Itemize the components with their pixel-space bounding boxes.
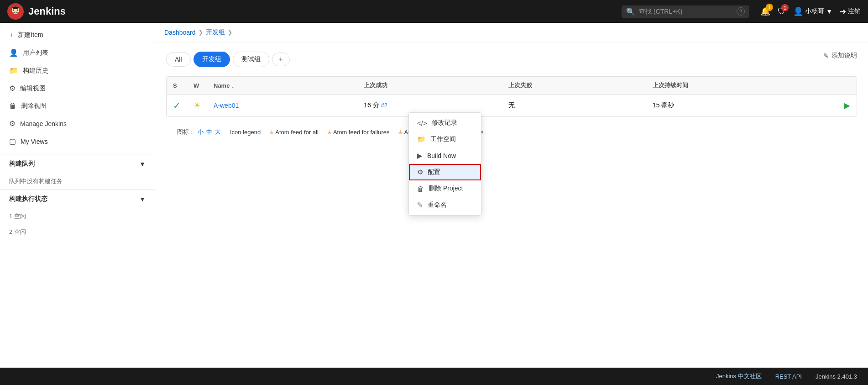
row-last-duration: 15 毫秒 — [646, 95, 837, 117]
size-medium-link[interactable]: 中 — [206, 128, 212, 136]
help-icon[interactable]: ? — [737, 7, 745, 16]
executor-1: 1 空闲 — [0, 209, 155, 224]
build-now-icon: ▶ — [417, 152, 423, 160]
header-title: Jenkins — [28, 5, 66, 17]
atom-failures-link[interactable]: ⏚ Atom feed for failures — [328, 128, 390, 136]
gear-icon: ⚙ — [9, 119, 16, 128]
last-success-time: 16 分 — [364, 101, 381, 109]
col-header-last-success: 上次成功 — [357, 77, 502, 95]
sidebar-nav: + 新建Item 👤 用户列表 📁 构建历史 ⚙ 编辑视图 🗑 删除视图 ⚙ — [0, 23, 155, 154]
rss-icon-all: ⏚ — [270, 128, 273, 136]
logout-button[interactable]: ➜ 注销 — [840, 7, 861, 16]
menu-item-workspace-label: 工作空间 — [430, 135, 456, 143]
users-icon: 👤 — [9, 48, 18, 57]
row-status: ✓ — [167, 95, 187, 117]
sidebar-item-new[interactable]: + 新建Item — [0, 26, 155, 44]
menu-item-workspace[interactable]: 📁 工作空间 — [409, 131, 481, 148]
sidebar-item-manage[interactable]: ⚙ Manage Jenkins — [0, 115, 155, 132]
executor-section: 构建执行状态 ▼ 1 空闲 2 空闲 — [0, 189, 155, 240]
svg-point-3 — [17, 10, 18, 11]
svg-point-2 — [13, 10, 15, 11]
trash-icon: 🗑 — [9, 102, 16, 110]
tab-testgroup[interactable]: 测试组 — [233, 52, 269, 67]
breadcrumb-dashboard[interactable]: Dashboard — [164, 29, 196, 36]
content-area: ✎ 添加说明 All 开发组 测试组 + S W Name ↓ — [155, 42, 868, 150]
notifications-count: 1 — [766, 4, 773, 11]
sidebar-item-delete-view[interactable]: 🗑 删除视图 — [0, 97, 155, 115]
build-number-link[interactable]: #2 — [381, 102, 387, 109]
atom-all-link[interactable]: ⏚ Atom feed for all — [270, 128, 319, 136]
menu-item-configure-label: 配置 — [428, 168, 440, 176]
weather-icon: ☀ — [193, 101, 201, 110]
table-header: S W Name ↓ 上次成功 上次失败 上次持续时间 — [167, 77, 857, 95]
table-header-row: S W Name ↓ 上次成功 上次失败 上次持续时间 — [167, 77, 857, 95]
sidebar-item-edit-label: 编辑视图 — [20, 84, 46, 93]
jobs-table-container: S W Name ↓ 上次成功 上次失败 上次持续时间 ✓ — [166, 76, 857, 117]
pencil-icon: ✎ — [823, 52, 829, 59]
views-icon: ▢ — [9, 137, 16, 146]
tab-devgroup[interactable]: 开发组 — [193, 52, 230, 67]
icon-label: 图标： — [177, 128, 195, 136]
search-input[interactable] — [639, 8, 733, 15]
security-count: 1 — [781, 4, 789, 11]
executor-2: 2 空闲 — [0, 224, 155, 240]
size-small-link[interactable]: 小 — [198, 128, 204, 136]
sidebar-item-build-history[interactable]: 📁 构建历史 — [0, 62, 155, 79]
atom-failures-label: Atom feed for failures — [333, 129, 390, 136]
breadcrumb-devgroup[interactable]: 开发组 — [206, 28, 225, 37]
sidebar-item-new-label: 新建Item — [18, 31, 43, 39]
size-large-link[interactable]: 大 — [215, 128, 221, 136]
tab-all[interactable]: All — [166, 52, 191, 67]
menu-item-build-now[interactable]: ▶ Build Now — [409, 148, 481, 164]
menu-item-change-log[interactable]: </> 修改记录 — [409, 115, 481, 131]
sidebar-item-history-label: 构建历史 — [23, 67, 48, 75]
tab-add[interactable]: + — [272, 53, 290, 66]
sidebar-item-edit-view[interactable]: ⚙ 编辑视图 — [0, 79, 155, 97]
atom-all-label: Atom feed for all — [275, 129, 319, 136]
security-badge[interactable]: 🛡 1 — [778, 7, 786, 16]
username: 小杨哥 — [805, 7, 824, 16]
search-box: 🔍 ? — [622, 5, 749, 18]
menu-item-configure[interactable]: ⚙ 配置 — [409, 164, 481, 180]
executor-header[interactable]: 构建执行状态 ▼ — [0, 190, 155, 209]
logout-icon: ➜ — [840, 7, 846, 16]
notifications-bell[interactable]: 🔔 1 — [760, 6, 770, 16]
jobs-table: S W Name ↓ 上次成功 上次失败 上次持续时间 ✓ — [167, 77, 857, 116]
sidebar-item-users[interactable]: 👤 用户列表 — [0, 44, 155, 62]
jenkins-logo[interactable]: Jenkins — [7, 3, 66, 20]
build-queue-content: 队列中没有构建任务 — [0, 174, 155, 189]
footer-version: Jenkins 2.401.3 — [816, 373, 857, 380]
build-queue-empty: 队列中没有构建任务 — [9, 178, 63, 185]
menu-item-delete[interactable]: 🗑 删除 Project — [409, 180, 481, 197]
row-name: A-web01 — [207, 95, 357, 117]
add-description-button[interactable]: ✎ 添加说明 — [823, 52, 857, 60]
footer-rest-api-link[interactable]: REST API — [775, 373, 802, 380]
table-footer: 图标： 小 中 大 Icon legend ⏚ Atom feed for al… — [166, 123, 857, 141]
sidebar-item-my-views[interactable]: ▢ My Views — [0, 132, 155, 150]
sidebar: + 新建Item 👤 用户列表 📁 构建历史 ⚙ 编辑视图 🗑 删除视图 ⚙ — [0, 23, 155, 385]
row-last-failure: 无 — [502, 95, 646, 117]
build-queue-title: 构建队列 — [9, 160, 35, 168]
user-menu[interactable]: 👤 小杨哥 ▼ — [793, 6, 832, 16]
history-icon: 📁 — [9, 66, 18, 75]
row-actions: ▶ — [837, 95, 857, 117]
col-header-last-failure: 上次失败 — [502, 77, 646, 95]
icon-legend-link[interactable]: Icon legend — [230, 129, 261, 136]
main-content: Dashboard ❯ 开发组 ❯ ✎ 添加说明 All 开发组 测试组 + — [155, 23, 868, 385]
chevron-down-icon-queue: ▼ — [139, 160, 146, 168]
col-header-name[interactable]: Name ↓ — [207, 77, 357, 95]
build-queue-header[interactable]: 构建队列 ▼ — [0, 154, 155, 174]
menu-item-delete-label: 删除 Project — [429, 185, 463, 193]
breadcrumb-sep-1: ❯ — [199, 29, 203, 36]
play-icon[interactable]: ▶ — [844, 101, 850, 110]
user-icon: 👤 — [793, 6, 803, 16]
menu-item-rename-label: 重命名 — [428, 201, 447, 209]
chevron-down-icon: ▼ — [826, 8, 832, 15]
table-body: ✓ ☀ A-web01 16 分 #2 — [167, 95, 857, 117]
menu-item-rename[interactable]: ✎ 重命名 — [409, 197, 481, 213]
col-header-actions — [837, 77, 857, 95]
col-header-last-duration: 上次持续时间 — [646, 77, 837, 95]
job-link[interactable]: A-web01 — [214, 102, 239, 109]
footer-community-link[interactable]: Jenkins 中文社区 — [716, 372, 762, 380]
context-menu: </> 修改记录 📁 工作空间 ▶ Build Now ⚙ 配置 — [408, 112, 481, 216]
